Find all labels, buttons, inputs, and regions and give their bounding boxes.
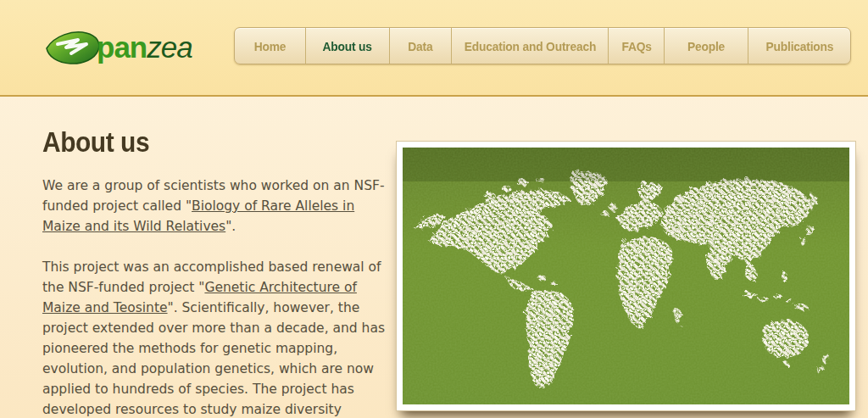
tab-people[interactable]: People [665,28,748,64]
page-title: About us [42,125,149,159]
tab-faqs[interactable]: FAQs [609,28,665,64]
tab-home[interactable]: Home [235,28,306,64]
brand-name-italic: zea [147,31,192,64]
tab-education-and-outreach[interactable]: Education and Outreach [452,28,609,64]
main-nav: Home About us Data Education and Outreac… [234,27,851,64]
brand-name: panzea [97,31,192,64]
paragraph-text: ". [225,219,236,234]
leaf-z-icon [44,27,103,68]
tab-data[interactable]: Data [390,28,452,64]
site-header: panzea Home About us Data Education and … [0,0,868,97]
tab-education-and-outreach-label: Education and Outreach [464,39,595,53]
tab-publications-label: Publications [765,39,833,53]
tab-publications[interactable]: Publications [748,28,850,64]
about-paragraph: This project was an accomplished based r… [42,257,393,418]
panzea-logo[interactable]: panzea [44,28,192,67]
page: { "brand": { "name_bold": "pan", "name_i… [0,0,868,418]
paragraph-text: ". Scientifically, however, the project … [42,300,385,418]
world-map-photo [396,141,856,411]
tab-faqs-label: FAQs [621,39,651,53]
tab-about-us-label: About us [323,39,372,53]
about-text: We are a group of scientists who worked … [42,176,393,418]
tab-about-us[interactable]: About us [306,28,390,64]
tab-people-label: People [687,39,725,53]
tab-data-label: Data [408,39,432,53]
tab-home-label: Home [254,39,287,53]
about-paragraph: We are a group of scientists who worked … [42,176,393,237]
brand-name-bold: pan [97,31,147,64]
world-map-kernels-graphic [403,148,849,404]
